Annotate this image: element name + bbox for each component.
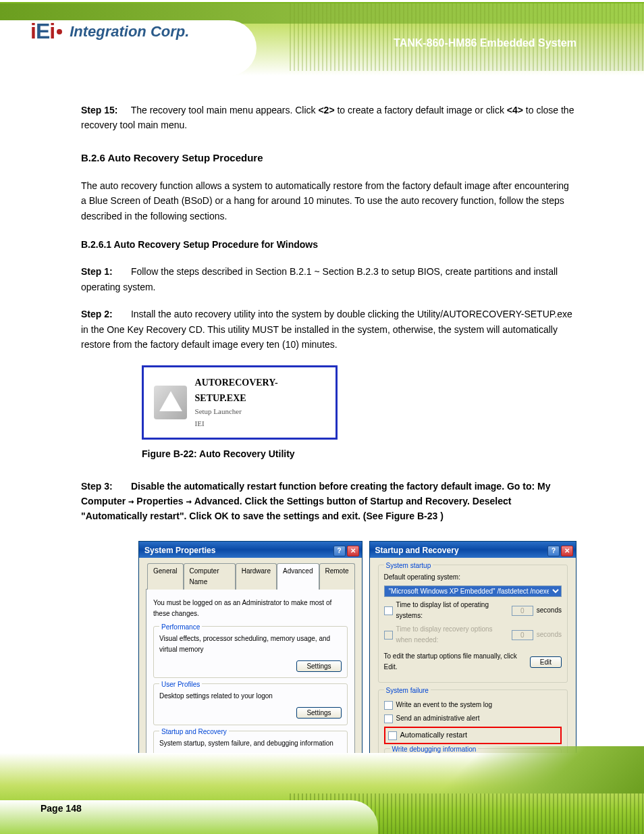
performance-group: Performance Visual effects, processor sc… [153,626,348,679]
group-title: Performance [159,622,202,633]
default-os-label: Default operating system: [384,572,562,583]
tab-hardware[interactable]: Hardware [236,563,277,590]
step-3-text-b: Properties [136,496,186,506]
logo: iEi Integration Corp. [30,19,189,44]
step-label: Step 3: [81,479,128,494]
group-desc: System startup, system failure, and debu… [159,738,342,749]
step-2: Step 2: Install the auto recovery utilit… [81,307,576,352]
step-15-text-b: to create a factory default image or cli… [337,105,506,115]
installer-icon [154,386,187,419]
group-desc: Visual effects, processor scheduling, me… [159,633,342,655]
step-3-figref: Figure B-23 [385,511,437,521]
step-label: Step 15: [81,103,128,118]
help-button[interactable]: ? [333,546,346,556]
section-title: B.2.6 Auto Recovery Setup Procedure [81,150,576,166]
system-startup-group: System startup Default operating system:… [378,565,568,683]
time-recovery-label: Time to display recovery options when ne… [396,624,508,646]
time-list-spinner[interactable] [512,606,533,616]
user-profiles-settings-button[interactable]: Settings [296,707,341,719]
admin-alert-label: Send an administrative alert [396,713,480,724]
figure-caption-1: Figure B-22: Auto Recovery Utility [142,446,576,461]
step-2-text: Install the auto recovery utility into t… [81,309,572,350]
checkbox-time-recovery [384,631,393,640]
close-button[interactable]: ✕ [347,546,359,556]
icon-sub2: IEI [195,418,325,430]
edit-label: To edit the startup options file manuall… [384,651,527,673]
edit-button[interactable]: Edit [530,656,562,668]
section-title-2: B.2.6.1 Auto Recovery Setup Procedure fo… [81,237,576,252]
dialog-title: Startup and Recovery [375,544,459,557]
logo-dot [57,29,62,34]
autorecovery-icon-figure: AUTORECOVERY-SETUP.EXE Setup Launcher IE… [142,365,338,440]
tab-strip: General Computer Name Hardware Advanced … [146,563,355,590]
arrow-icon: → [128,496,134,506]
step-label: Step 1: [81,264,128,279]
tab-computer-name[interactable]: Computer Name [184,563,236,590]
step-1-text: Follow the steps described in Section B.… [81,266,558,292]
tab-remote[interactable]: Remote [319,563,355,590]
icon-text: AUTORECOVERY-SETUP.EXE Setup Launcher IE… [195,375,325,429]
footer-banner: Page 148 [0,753,644,834]
auto-restart-label: Automatically restart [400,729,468,741]
arrow-icon: → [186,496,191,506]
group-desc: Desktop settings related to your logon [159,691,342,702]
intro-text: The auto recovery function allows a syst… [81,178,576,224]
step-3: Step 3: Disable the automatically restar… [81,479,576,524]
page-content: Step 15: The recovery tool main menu app… [0,76,644,834]
seconds-label: seconds [537,605,562,616]
auto-restart-highlight: Automatically restart [384,727,562,744]
header-banner: iEi Integration Corp. TANK-860-HM86 Embe… [0,0,644,76]
doc-title: TANK-860-HM86 Embedded System [394,37,576,49]
step-15-text-a: The recovery tool main menu appears. Cli… [131,105,319,115]
checkbox-write-event[interactable] [384,701,393,710]
group-title: System startup [384,561,433,571]
help-button[interactable]: ? [547,546,560,556]
icon-sub1: Setup Launcher [195,406,325,418]
checkbox-admin-alert[interactable] [384,714,393,723]
checkbox-auto-restart[interactable] [388,731,397,740]
icon-filename: AUTORECOVERY-SETUP.EXE [195,375,325,406]
step-3-text-d: ) [440,511,444,521]
tab-advanced[interactable]: Advanced [277,563,319,590]
step-15-btn2: <4> [507,105,523,115]
checkbox-time-list[interactable] [384,606,393,615]
default-os-select[interactable]: "Microsoft Windows XP Embedded" /fastdet… [384,585,562,597]
footer-swoosh-right [347,746,644,793]
step-15-btn1: <2> [318,105,334,115]
step-15: Step 15: The recovery tool main menu app… [81,103,576,133]
time-recovery-spinner [512,630,533,640]
time-list-label: Time to display list of operating system… [396,600,508,621]
tab-general[interactable]: General [147,563,184,590]
group-title: User Profiles [159,679,202,690]
titlebar: Startup and Recovery ? ✕ [370,542,576,558]
titlebar: System Properties ? ✕ [139,542,362,558]
group-title: Startup and Recovery [159,727,229,737]
write-event-label: Write an event to the system log [396,700,493,710]
dialog-title: System Properties [144,544,215,557]
user-profiles-group: User Profiles Desktop settings related t… [153,683,348,725]
step-label: Step 2: [81,307,128,321]
step-1: Step 1: Follow the steps described in Se… [81,264,576,294]
logo-text: Integration Corp. [70,23,189,41]
admin-note: You must be logged on as an Administrato… [153,598,348,619]
close-button[interactable]: ✕ [561,546,573,556]
logo-iei: iEi [30,19,55,44]
page-number: Page 148 [41,803,82,814]
seconds-label: seconds [537,629,562,640]
group-title: System failure [384,685,431,696]
performance-settings-button[interactable]: Settings [296,660,341,672]
